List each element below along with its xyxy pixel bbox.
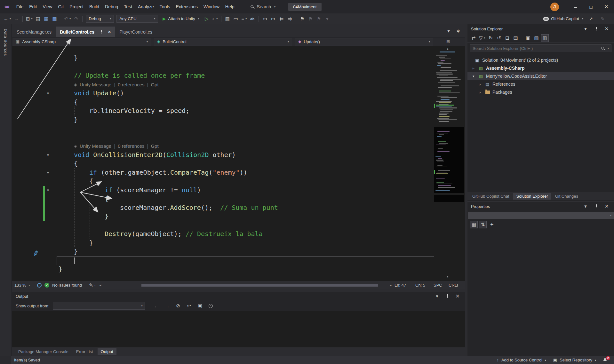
codelens[interactable]: ◈Unity Message|0 references|Gpt (74, 142, 159, 151)
expand-arrow-icon[interactable]: ▹ (473, 64, 474, 72)
panel-tab-package-manager-console[interactable]: Package Manager Console (15, 348, 72, 355)
line-indicator[interactable]: Ln: 47 (395, 283, 412, 288)
document-health-icon[interactable] (37, 283, 42, 288)
properties-object-combo[interactable]: ▾ (468, 212, 614, 219)
tool-tab-solution-explorer[interactable]: Solution Explorer (513, 193, 551, 200)
feedback-icon[interactable]: ✎ (599, 15, 606, 23)
tool-tab-git-changes[interactable]: Git Changes (552, 193, 581, 200)
navigate-backward-ext-icon[interactable]: ↤ (261, 15, 269, 23)
categorized-icon[interactable]: ▦ (470, 221, 478, 228)
timestamps-icon[interactable] (207, 302, 215, 310)
save-all-icon[interactable]: ▩ (51, 15, 59, 23)
tree-item-assembly-csharp[interactable]: ▹▧Assembly-CSharp (467, 64, 614, 72)
toggle-bookmark-icon[interactable]: ⚑ (299, 15, 306, 23)
open-file-icon[interactable]: ▤ (34, 15, 42, 23)
menu-git[interactable]: Git (55, 0, 67, 13)
collapse-all-icon[interactable]: ⊟ (504, 34, 511, 42)
sync-with-active-document-icon[interactable]: ⇄ (470, 34, 477, 42)
clear-all-icon[interactable]: ⊘ (174, 302, 182, 310)
preview-selected-items-icon[interactable]: ▣ (524, 34, 532, 42)
previous-bookmark-icon[interactable]: ⚑ (307, 15, 315, 23)
tab-settings-icon[interactable]: ∗ (454, 27, 462, 35)
menu-test[interactable]: Test (121, 0, 135, 13)
expand-arrow-icon[interactable]: ▹ (479, 80, 481, 88)
switch-views-icon[interactable]: ▥ (541, 34, 549, 42)
attach-to-unity-button[interactable]: ▶Attach to Unity▾ (160, 15, 202, 23)
tree-item-references[interactable]: ▹▤References (467, 80, 614, 88)
save-icon[interactable]: ▦ (43, 15, 50, 23)
minimap[interactable]: ▴ ▾ (434, 46, 464, 281)
tree-item-merryyellow-codeassist-editor[interactable]: ▾▧MerryYellow.CodeAssist.Editor (467, 72, 614, 80)
notifications-button[interactable]: 2 (603, 358, 608, 362)
menu-build[interactable]: Build (86, 0, 102, 13)
fold-collapse-icon[interactable]: ▾ (45, 151, 51, 160)
panel-splitter[interactable] (12, 289, 465, 292)
properties-page-icon[interactable]: ▤ (512, 34, 520, 42)
find-in-files-icon[interactable]: ▥ (224, 15, 231, 23)
panel-tab-error-list[interactable]: Error List (73, 348, 96, 355)
alphabetical-icon[interactable]: ⇅ (479, 221, 487, 228)
undo-icon[interactable]: ↶▾ (63, 15, 72, 23)
code-editor[interactable]: }// Update is called once per frame◈Unit… (12, 46, 465, 281)
member-list-icon[interactable]: ≡▾ (240, 15, 248, 23)
hot-reload-icon[interactable]: ◐▾ (211, 15, 219, 23)
tab-scoremanager-cs[interactable]: ScoreManager.cs (12, 27, 56, 37)
navigate-forward-ext-icon[interactable]: ↦ (269, 15, 277, 23)
codelens[interactable]: ◈Unity Message|0 references|Gpt (74, 80, 159, 89)
pin-icon[interactable] (97, 28, 105, 36)
window-position-icon[interactable]: ▾ (582, 202, 589, 210)
avatar[interactable]: J (550, 3, 559, 11)
pin-icon[interactable] (443, 292, 451, 300)
tab-list-icon[interactable]: ▾ (445, 27, 452, 35)
issues-status[interactable]: No issues found (52, 283, 82, 288)
scroll-up-icon[interactable]: ▴ (447, 47, 449, 51)
split-editor-icon[interactable]: ⊞ (446, 39, 450, 44)
menu-tools[interactable]: Tools (157, 0, 173, 13)
scroll-left-icon[interactable]: ◂ (100, 283, 101, 287)
type-dropdown[interactable]: ◈BulletControl▾ (154, 38, 292, 45)
scroll-down-icon[interactable]: ▾ (447, 274, 449, 279)
close-icon[interactable]: ✕ (454, 292, 461, 300)
output-source-combo[interactable]: ▾ (53, 302, 145, 310)
search-box[interactable]: Search ▾ (247, 3, 279, 11)
project-dropdown[interactable]: ▣Assembly-CSharp▾ (13, 38, 151, 45)
horizontal-scrollbar[interactable] (105, 284, 386, 287)
navigate-forward-icon[interactable]: → (12, 15, 20, 23)
fold-collapse-icon[interactable]: ▾ (45, 186, 51, 195)
minimize-button[interactable]: – (568, 0, 583, 13)
window-position-icon[interactable]: ▾ (582, 25, 589, 33)
property-pages-icon[interactable]: ✦ (488, 221, 496, 228)
select-repository-button[interactable]: ▣ Select Repository ▴ (553, 358, 596, 362)
collapse-arrow-icon[interactable]: ▾ (473, 72, 474, 80)
column-indicator[interactable]: Ch: 5 (415, 283, 431, 288)
goto-previous-message-icon[interactable]: ← (153, 302, 160, 310)
close-button[interactable]: ✕ (599, 0, 614, 13)
toolbar-options-icon[interactable]: ▾ (323, 15, 331, 23)
feedback-corner[interactable] (0, 356, 11, 364)
close-icon[interactable]: ✕ (603, 25, 610, 33)
insert-mode-indicator[interactable]: SPC (434, 283, 446, 288)
menu-debug[interactable]: Debug (102, 0, 121, 13)
decrease-indent-icon[interactable]: ⇇ (278, 15, 285, 23)
toggle-word-wrap-icon[interactable]: ↩ (185, 302, 193, 310)
pending-changes-filter-icon[interactable]: ▽▾ (478, 34, 486, 42)
start-without-debugging-icon[interactable]: ▷ (203, 15, 211, 23)
menu-view[interactable]: View (40, 0, 55, 13)
expand-arrow-icon[interactable]: ▹ (479, 88, 481, 96)
redo-icon[interactable]: ↷ (72, 15, 80, 23)
tree-item-solution-04moviment-2-of-2-projects[interactable]: ▣Solution '04Moviment' (2 of 2 projects) (467, 56, 614, 64)
menu-extensions[interactable]: Extensions (173, 0, 201, 13)
tab-bulletcontrol-cs[interactable]: BulletControl.cs✕ (56, 27, 115, 37)
fold-collapse-icon[interactable]: ▾ (45, 168, 51, 177)
solution-search[interactable]: ▾ (470, 44, 611, 52)
tool-tab-github-copilot-chat[interactable]: GitHub Copilot Chat (469, 193, 513, 200)
tab-playercontrol-cs[interactable]: PlayerControl.cs (115, 27, 156, 37)
menu-analyze[interactable]: Analyze (135, 0, 157, 13)
refresh-icon[interactable]: ↻ (487, 34, 495, 42)
chevron-down-icon[interactable]: ▾ (608, 47, 609, 50)
close-icon[interactable]: ✕ (603, 202, 610, 210)
properties-grid[interactable] (467, 229, 614, 356)
github-copilot-button[interactable]: GitHub Copilot▾ (543, 16, 583, 21)
line-ending-indicator[interactable]: CRLF (449, 283, 463, 288)
member-dropdown[interactable]: ◆Update()▾ (295, 38, 433, 45)
